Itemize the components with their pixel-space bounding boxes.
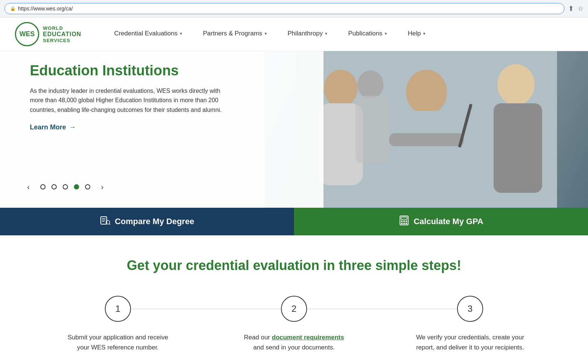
steps-title: Get your credential evaluation in three … xyxy=(30,258,558,273)
compare-degree-icon xyxy=(100,215,110,226)
svg-rect-5 xyxy=(389,133,464,146)
hero-section: Education Institutions As the industry l… xyxy=(0,51,588,208)
lock-icon: 🔒 xyxy=(10,6,16,11)
logo-circle: WES xyxy=(15,22,39,46)
nav-item-credential-evaluations[interactable]: Credential Evaluations ▾ xyxy=(104,18,193,51)
svg-rect-19 xyxy=(401,220,403,222)
svg-rect-11 xyxy=(101,217,107,224)
svg-point-3 xyxy=(406,70,447,114)
svg-rect-22 xyxy=(401,223,403,224)
hero-learn-more-link[interactable]: Learn More → xyxy=(30,123,301,131)
chevron-down-icon: ▾ xyxy=(423,31,425,36)
document-requirements-link[interactable]: document requirements xyxy=(272,334,344,341)
svg-point-1 xyxy=(324,70,357,107)
compare-icon xyxy=(100,215,110,228)
svg-rect-18 xyxy=(401,217,407,219)
step-number-2: 2 xyxy=(281,296,307,322)
browser-chrome: 🔒 https://www.wes.org/ca/ ⬆ ☆ xyxy=(0,0,588,18)
hero-title: Education Institutions xyxy=(30,62,301,79)
slider-dot-1[interactable] xyxy=(40,184,46,189)
logo[interactable]: WES WORLD EDUCATION SERVICES xyxy=(15,22,81,46)
address-bar[interactable]: 🔒 https://www.wes.org/ca/ xyxy=(4,3,564,14)
step-2-text: Read our document requirements and send … xyxy=(238,332,350,352)
svg-rect-21 xyxy=(406,220,407,222)
slider-dot-3[interactable] xyxy=(63,184,68,189)
steps-container: 1 Submit your application and receive yo… xyxy=(30,296,558,352)
browser-actions: ⬆ ☆ xyxy=(568,4,584,13)
chevron-down-icon: ▾ xyxy=(325,31,327,36)
bookmark-icon[interactable]: ☆ xyxy=(578,4,584,13)
logo-line1: WORLD xyxy=(43,25,81,31)
steps-section: Get your credential evaluation in three … xyxy=(0,235,588,364)
slider-controls: ‹ › xyxy=(22,181,108,193)
slider-dot-2[interactable] xyxy=(51,184,57,189)
svg-rect-7 xyxy=(494,103,542,193)
calculate-my-gpa-button[interactable]: Calculate My GPA xyxy=(294,208,588,235)
calculator-icon xyxy=(399,215,409,228)
chevron-down-icon: ▾ xyxy=(385,31,387,36)
prev-arrow[interactable]: ‹ xyxy=(22,181,34,193)
hero-description: As the industry leader in credential eva… xyxy=(30,86,231,115)
nav-item-partners-programs[interactable]: Partners & Programs ▾ xyxy=(193,18,277,51)
hero-cta-bar: Compare My Degree Calculate My GPA xyxy=(0,208,588,235)
logo-text: WORLD EDUCATION SERVICES xyxy=(43,25,81,43)
nav-item-help[interactable]: Help ▾ xyxy=(397,18,436,51)
step-1: 1 Submit your application and receive yo… xyxy=(30,296,206,352)
next-arrow[interactable]: › xyxy=(96,181,108,193)
svg-rect-24 xyxy=(406,223,407,224)
nav-item-philanthropy[interactable]: Philanthropy ▾ xyxy=(277,18,338,51)
calculate-label: Calculate My GPA xyxy=(414,217,484,226)
svg-rect-4 xyxy=(397,111,456,200)
step-number-1: 1 xyxy=(105,296,131,322)
share-icon[interactable]: ⬆ xyxy=(568,4,574,13)
svg-rect-23 xyxy=(403,223,405,224)
chevron-down-icon: ▾ xyxy=(265,31,267,36)
url-text: https://www.wes.org/ca/ xyxy=(18,6,73,12)
nav-items: Credential Evaluations ▾ Partners & Prog… xyxy=(104,18,573,51)
compare-my-degree-button[interactable]: Compare My Degree xyxy=(0,208,294,235)
chevron-down-icon: ▾ xyxy=(180,31,182,36)
step-number-3: 3 xyxy=(457,296,483,322)
navigation-bar: WES WORLD EDUCATION SERVICES Credential … xyxy=(0,18,588,51)
step-2: 2 Read our document requirements and sen… xyxy=(206,296,382,352)
hero-illustration xyxy=(296,51,557,208)
step-3: 3 We verify your credentials, create you… xyxy=(382,296,558,352)
compare-label: Compare My Degree xyxy=(115,217,194,226)
logo-line2: EDUCATION xyxy=(43,31,81,38)
slider-dot-5[interactable] xyxy=(85,184,90,189)
slider-dot-4[interactable] xyxy=(74,184,79,189)
svg-point-6 xyxy=(497,64,535,105)
svg-line-16 xyxy=(109,224,110,225)
calculator-svg-icon xyxy=(399,215,409,226)
step-1-text: Submit your application and receive your… xyxy=(62,332,174,352)
svg-rect-9 xyxy=(356,96,389,163)
svg-point-8 xyxy=(357,70,384,99)
svg-rect-20 xyxy=(403,220,405,222)
nav-item-publications[interactable]: Publications ▾ xyxy=(338,18,397,51)
step-3-text: We verify your credentials, create your … xyxy=(414,332,526,352)
logo-line3: SERVICES xyxy=(43,38,81,43)
